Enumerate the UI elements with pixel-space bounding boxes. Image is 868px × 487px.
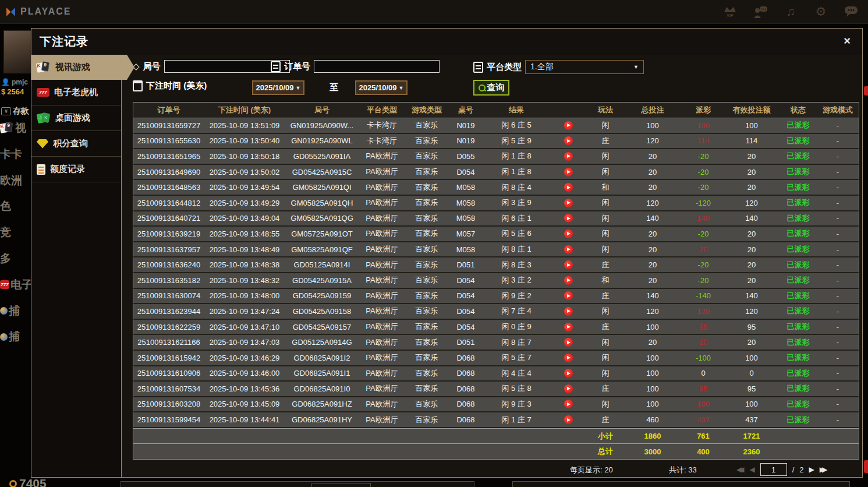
music-icon[interactable]: ♫	[783, 4, 798, 19]
replay-play-icon[interactable]	[564, 323, 573, 331]
summary-cell: 1860	[625, 432, 681, 440]
order-input[interactable]	[314, 60, 440, 73]
replay-play-icon[interactable]	[564, 369, 573, 377]
deposit-button[interactable]: ¥存款	[1, 106, 29, 117]
replay-play-icon[interactable]	[564, 400, 573, 408]
lobby-menu-item[interactable]: 色	[0, 198, 31, 214]
sidebar-item-video-games[interactable]: K9 视讯游戏	[31, 55, 134, 80]
replay-play-icon[interactable]	[564, 384, 573, 393]
replay-play-icon[interactable]	[564, 121, 573, 130]
table-cell: PA欧洲厅	[359, 399, 405, 410]
table-cell: D051	[449, 260, 483, 269]
chat-icon[interactable]	[844, 4, 859, 19]
replay-play-icon[interactable]	[564, 291, 573, 300]
side-notification-tab[interactable]	[864, 460, 868, 473]
table-cell: 闲 1 庄 8	[483, 167, 550, 177]
lobby-username: 👤pmjc	[1, 78, 28, 86]
date-to-picker[interactable]: 2025/10/09 ▼	[355, 80, 408, 95]
modal-header: 下注记录 ×	[31, 29, 862, 55]
replay-play-icon[interactable]	[564, 214, 573, 223]
close-icon[interactable]: ×	[844, 34, 851, 48]
table-cell: 百家乐	[405, 399, 449, 410]
replay-play-icon[interactable]	[564, 338, 573, 347]
replay-play-icon[interactable]	[564, 260, 573, 269]
table-cell	[550, 245, 586, 254]
sidebar-item-slots[interactable]: 777 电子老虎机	[31, 80, 121, 105]
table-cell: PA欧洲厅	[359, 151, 405, 161]
last-page-icon[interactable]: ▶▶	[820, 465, 827, 474]
table-cell: 百家乐	[405, 120, 449, 130]
lobby-menu-item[interactable]: K9视	[0, 120, 31, 136]
lobby-menu-item[interactable]: 竞	[0, 224, 31, 241]
table-cell: 闲 0 庄 9	[483, 322, 550, 332]
replay-play-icon[interactable]	[564, 307, 573, 316]
vip-icon[interactable]: VIP	[722, 4, 738, 19]
table-cell: -	[819, 260, 856, 269]
platform-select[interactable]: 1.全部 ▼	[525, 60, 644, 74]
column-header: 局号	[285, 105, 359, 115]
table-cell: PA欧洲厅	[359, 182, 405, 193]
table-cell: 2025-10-09 13:49:04	[204, 214, 285, 223]
replay-play-icon[interactable]	[564, 152, 573, 161]
table-cell: 闲	[586, 213, 625, 224]
table-cell: 20	[726, 276, 777, 285]
column-header: 平台类型	[359, 105, 405, 115]
table-cell: PA欧洲厅	[359, 197, 405, 208]
table-cell: 卡卡湾厅	[359, 120, 405, 130]
table-cell: GM05825A091QF	[285, 245, 359, 254]
replay-play-icon[interactable]	[564, 415, 573, 424]
lobby-menu-item[interactable]: 多	[0, 250, 31, 267]
lobby-menu-item[interactable]: 捕	[0, 329, 31, 345]
table-cell: 20	[681, 338, 726, 347]
lobby-menu-item[interactable]: 欧洲	[0, 172, 31, 189]
replay-play-icon[interactable]	[564, 183, 573, 192]
next-page-icon[interactable]: ▶	[809, 465, 814, 474]
table-cell: 140	[726, 291, 777, 300]
table-cell: 闲	[586, 306, 625, 316]
lobby-menu-item[interactable]: 捕	[0, 303, 31, 319]
sidebar-item-table-games[interactable]: ⁘⁙ 桌面游戏	[31, 105, 121, 131]
replay-play-icon[interactable]	[564, 276, 573, 285]
table-cell: 20	[625, 183, 681, 192]
column-header: 总投注	[625, 105, 681, 115]
summary-cell: 761	[681, 432, 726, 440]
settings-icon[interactable]: ⚙	[813, 4, 828, 19]
table-cell: 100	[726, 354, 777, 362]
table-cell: 95	[681, 323, 726, 331]
replay-play-icon[interactable]	[564, 168, 573, 177]
first-page-icon[interactable]: ◀◀	[736, 465, 744, 474]
bottom-strip-box	[512, 481, 850, 487]
replay-play-icon[interactable]	[564, 230, 573, 238]
replay-play-icon[interactable]	[564, 136, 573, 145]
lobby-menu-item[interactable]: 777电子	[0, 277, 31, 293]
query-button[interactable]: 查询	[473, 80, 509, 96]
table-cell	[550, 168, 586, 177]
sidebar-item-quota-records[interactable]: 额度记录	[31, 157, 121, 182]
table-cell: -	[819, 415, 856, 424]
table-cell: D068	[449, 400, 483, 408]
replay-play-icon[interactable]	[564, 199, 573, 207]
table-cell: 百家乐	[405, 415, 449, 425]
page-input[interactable]	[760, 463, 787, 476]
table-cell: 庄	[586, 136, 625, 146]
table-row: 2510091316109062025-10-09 13:46:00GD0682…	[133, 366, 859, 382]
table-cell: 已派彩	[777, 182, 819, 193]
dollar-icon: $	[1, 87, 5, 96]
replay-play-icon[interactable]	[564, 245, 573, 254]
prev-page-icon[interactable]: ◀	[749, 465, 754, 474]
table-cell: 百家乐	[405, 213, 449, 224]
table-cell: 140	[625, 291, 681, 300]
lobby-menu-item[interactable]: 卡卡	[0, 146, 31, 163]
date-from-picker[interactable]: 2025/10/09 ▼	[252, 80, 304, 95]
sidebar-item-points[interactable]: 积分查询	[31, 131, 121, 157]
table-cell: 2025-10-09 13:49:54	[204, 183, 285, 192]
table-cell: GD05125A0914I	[285, 260, 359, 269]
side-notification-tab[interactable]	[864, 86, 868, 96]
table-cell: 251009131659727	[133, 121, 204, 130]
support-icon[interactable]	[753, 4, 768, 19]
table-row: 2510091316032082025-10-09 13:45:09GD0682…	[133, 397, 859, 413]
replay-play-icon[interactable]	[564, 354, 573, 362]
table-cell: 140	[726, 214, 777, 223]
table-cell: -20	[681, 152, 726, 161]
table-cell	[550, 199, 586, 207]
